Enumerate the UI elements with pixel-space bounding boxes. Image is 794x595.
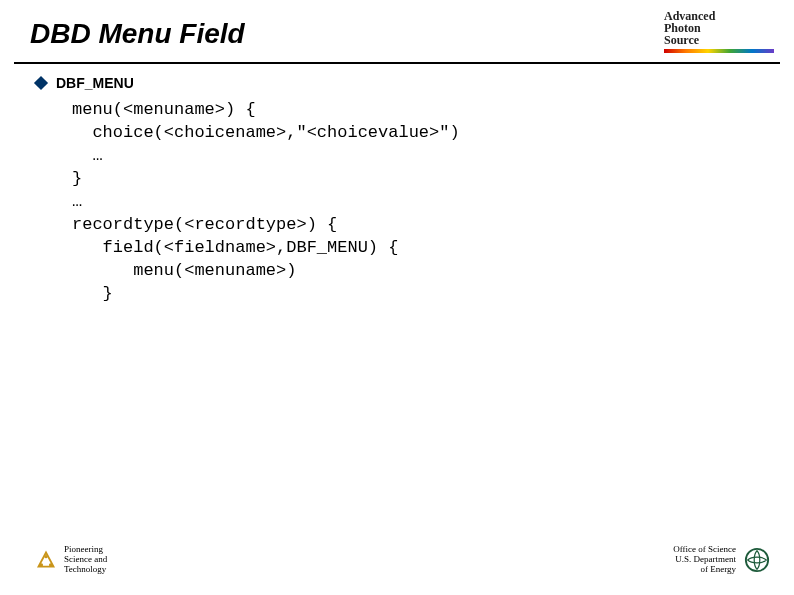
code-line: … — [72, 192, 82, 211]
footer-right-text: Office of Science U.S. Department of Ene… — [673, 545, 736, 575]
code-line: menu(<menuname>) { — [72, 100, 256, 119]
bullet-label: DBF_MENU — [56, 75, 134, 91]
rainbow-stripe-icon — [664, 49, 774, 53]
svg-point-3 — [746, 549, 768, 571]
logo-line3: Source — [664, 34, 774, 46]
footer-left: Pioneering Science and Technology — [36, 545, 107, 575]
code-block: menu(<menuname>) { choice(<choicename>,"… — [72, 99, 764, 305]
code-line: … — [72, 146, 103, 165]
code-line: field(<fieldname>,DBF_MENU) { — [72, 238, 398, 257]
footer-right-line3: of Energy — [673, 565, 736, 575]
code-line: } — [72, 284, 113, 303]
content-area: DBF_MENU menu(<menuname>) { choice(<choi… — [34, 75, 764, 305]
svg-point-0 — [44, 555, 47, 558]
code-line: choice(<choicename>,"<choicevalue>") — [72, 123, 460, 142]
svg-point-1 — [40, 563, 43, 566]
code-line: } — [72, 169, 82, 188]
title-rule — [14, 62, 780, 64]
diamond-bullet-icon — [34, 76, 48, 90]
footer-left-line3: Technology — [64, 565, 107, 575]
aps-logo: Advanced Photon Source — [664, 10, 774, 53]
svg-point-2 — [49, 563, 52, 566]
footer-right: Office of Science U.S. Department of Ene… — [673, 545, 770, 575]
code-line: recordtype(<recordtype>) { — [72, 215, 337, 234]
doe-seal-icon — [744, 547, 770, 573]
slide-title: DBD Menu Field — [30, 18, 245, 50]
bullet-row: DBF_MENU — [34, 75, 764, 91]
code-line: menu(<menuname>) — [72, 261, 296, 280]
argonne-triangle-icon — [36, 550, 56, 570]
footer-left-text: Pioneering Science and Technology — [64, 545, 107, 575]
